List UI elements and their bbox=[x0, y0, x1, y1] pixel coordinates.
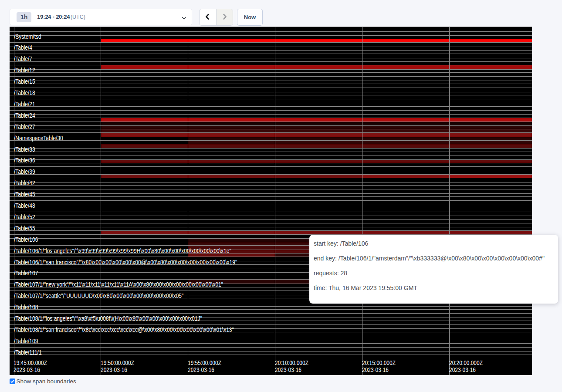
tooltip-start-key: start key: /Table/106 bbox=[314, 240, 554, 248]
span-boundary-line bbox=[10, 178, 532, 178]
checkmark-icon bbox=[10, 379, 15, 384]
span-boundary-line bbox=[10, 223, 532, 223]
chevron-right-icon bbox=[221, 13, 228, 22]
show-span-boundaries-label: Show span boundaries bbox=[17, 378, 76, 385]
time-nav-group bbox=[199, 9, 233, 26]
span-label: /Table/15 bbox=[14, 78, 35, 84]
heat-band bbox=[101, 125, 532, 129]
span-boundary-line bbox=[10, 27, 532, 27]
span-label: /System/tsd bbox=[14, 33, 41, 40]
span-boundary-line bbox=[10, 193, 532, 194]
span-boundary-line bbox=[10, 309, 532, 310]
heat-band bbox=[101, 39, 532, 43]
chevron-left-icon bbox=[204, 13, 211, 22]
span-label: /NamespaceTable/30 bbox=[14, 135, 63, 141]
time-range-text: 19:24 - 20:24 bbox=[37, 14, 70, 20]
span-boundary-line bbox=[10, 347, 532, 348]
span-boundary-line bbox=[10, 103, 532, 103]
span-label: /Table/48 bbox=[14, 202, 35, 209]
heat-band bbox=[101, 129, 532, 133]
span-label: /Table/4 bbox=[14, 44, 32, 51]
grid-line bbox=[275, 27, 275, 375]
span-boundary-line bbox=[10, 106, 532, 107]
span-label: /Table/107/1/"seattle"/"UUUUUUD\x00\x80\… bbox=[14, 292, 183, 299]
span-boundary-line bbox=[10, 189, 532, 189]
show-span-boundaries-row[interactable]: Show span boundaries bbox=[10, 378, 76, 385]
span-boundary-line bbox=[10, 205, 532, 205]
span-boundary-line bbox=[10, 39, 532, 39]
span-label: /Table/12 bbox=[14, 67, 35, 73]
span-boundary-line bbox=[10, 50, 532, 51]
span-boundary-line bbox=[10, 110, 532, 111]
span-boundary-line bbox=[10, 343, 532, 344]
span-boundary-line bbox=[10, 118, 532, 118]
span-boundary-line bbox=[10, 140, 532, 141]
span-boundary-line bbox=[10, 54, 532, 54]
span-label: /Table/108/1/"los angeles"/"\xa8\xf5\u00… bbox=[14, 315, 202, 321]
span-label: /Table/39 bbox=[14, 168, 35, 175]
span-boundary-line bbox=[10, 159, 532, 160]
chevron-down-icon bbox=[181, 15, 187, 23]
span-boundary-line bbox=[10, 129, 532, 129]
grid-line bbox=[188, 27, 188, 375]
hover-tooltip: start key: /Table/106 end key: /Table/10… bbox=[309, 235, 558, 304]
span-boundary-line bbox=[10, 35, 532, 36]
span-boundary-line bbox=[10, 47, 532, 47]
time-forward-button[interactable] bbox=[216, 9, 233, 25]
time-backward-button[interactable] bbox=[200, 9, 216, 25]
heat-band bbox=[101, 65, 532, 69]
span-label: /Table/24 bbox=[14, 112, 35, 118]
time-range-timezone: (UTC) bbox=[71, 14, 85, 20]
time-axis-label: 20:10:00.000Z 2023-03-16 bbox=[275, 359, 308, 373]
span-boundary-line bbox=[10, 99, 532, 99]
span-boundary-line bbox=[10, 58, 532, 58]
span-boundary-line bbox=[10, 171, 532, 171]
span-boundary-line bbox=[10, 351, 532, 351]
span-boundary-line bbox=[10, 230, 532, 231]
span-label: /Table/107 bbox=[14, 270, 38, 276]
span-label: /Table/109 bbox=[14, 338, 38, 344]
span-boundary-line bbox=[10, 200, 532, 201]
heat-band bbox=[362, 174, 449, 178]
span-boundary-line bbox=[10, 88, 532, 88]
grid-line bbox=[101, 27, 101, 375]
span-label: /Table/52 bbox=[14, 213, 35, 220]
span-label: /Table/18 bbox=[14, 89, 35, 96]
span-boundary-line bbox=[10, 125, 532, 126]
span-boundary-line bbox=[10, 227, 532, 227]
span-boundary-line bbox=[10, 336, 532, 336]
heat-band bbox=[101, 118, 532, 122]
span-label: /Table/7 bbox=[14, 55, 32, 62]
span-label: /Table/21 bbox=[14, 101, 35, 107]
span-boundary-line bbox=[10, 114, 532, 115]
span-boundary-line bbox=[10, 155, 532, 155]
span-label: /Table/106 bbox=[14, 236, 38, 243]
span-boundary-line bbox=[10, 132, 532, 133]
key-visualizer-canvas[interactable]: /System/tsd/Table/4/Table/7/Table/12/Tab… bbox=[10, 27, 532, 375]
span-boundary-line bbox=[10, 144, 532, 144]
span-label: /Table/55 bbox=[14, 225, 35, 231]
now-button[interactable]: Now bbox=[237, 9, 263, 26]
span-boundary-line bbox=[10, 212, 532, 212]
time-range-dropdown[interactable]: 1h 19:24 - 20:24 (UTC) bbox=[10, 9, 192, 25]
time-axis-label: 19:50:00.000Z 2023-03-16 bbox=[101, 359, 134, 373]
heat-band bbox=[188, 137, 532, 140]
span-boundary-line bbox=[10, 92, 532, 92]
span-boundary-line bbox=[10, 84, 532, 84]
span-label: /Table/42 bbox=[14, 179, 35, 186]
span-boundary-line bbox=[10, 137, 532, 137]
span-boundary-line bbox=[10, 31, 532, 32]
span-boundary-line bbox=[10, 185, 532, 186]
span-boundary-line bbox=[10, 174, 532, 175]
show-span-boundaries-checkbox[interactable] bbox=[10, 378, 15, 384]
span-label: /Table/45 bbox=[14, 191, 35, 197]
span-boundary-line bbox=[10, 216, 532, 216]
span-label: /Table/106/1/"san francisco"/"\x80\x00\x… bbox=[14, 259, 237, 265]
heat-band bbox=[101, 122, 532, 126]
span-label: /Table/108 bbox=[14, 304, 38, 310]
span-boundary-line bbox=[10, 61, 532, 62]
span-boundary-line bbox=[10, 163, 532, 163]
time-axis-label: 20:15:00.000Z 2023-03-16 bbox=[362, 359, 396, 373]
tooltip-requests: requests: 28 bbox=[314, 270, 554, 277]
span-boundary-line bbox=[10, 166, 532, 167]
